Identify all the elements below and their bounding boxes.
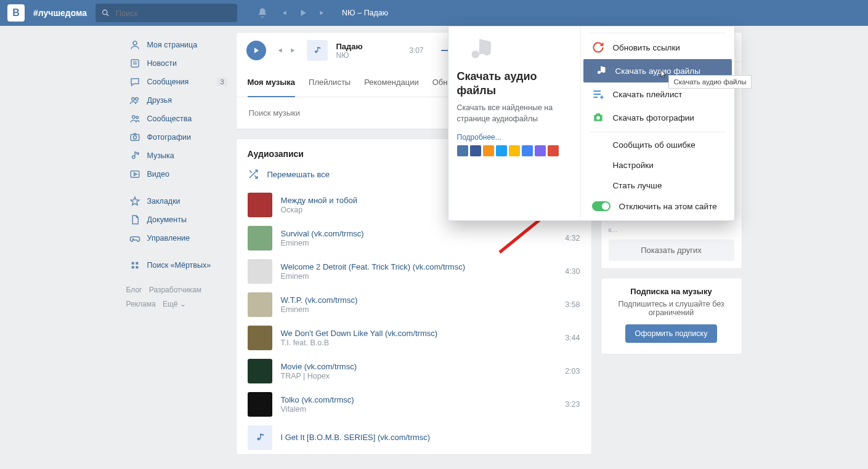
shuffle-label: Перемешать все (267, 170, 330, 179)
track-title: Movie (vk.com/trmsc) (281, 362, 557, 372)
left-nav: Моя страницаНовостиСообщения3ДрузьяСообщ… (126, 32, 227, 455)
track-row[interactable]: I Get It [B.O.M.B. SERIES] (vk.com/trmsc… (237, 421, 591, 454)
nav-footer: Блог Разработчикам Реклама Ещё ⌄ (126, 283, 227, 311)
footer-blog[interactable]: Блог (126, 286, 142, 294)
bell-icon[interactable] (257, 7, 268, 18)
game-icon (129, 232, 141, 244)
social-icon[interactable] (522, 145, 533, 156)
ext-menu: Обновить ссылки Скачать аудио файлы Скач… (581, 26, 734, 220)
show-more-friends[interactable]: Показать других (609, 239, 734, 261)
previous-icon[interactable] (279, 9, 288, 17)
footer-more[interactable]: Ещё ⌄ (163, 300, 186, 308)
refresh-icon (592, 41, 604, 54)
nav-music[interactable]: Музыка (126, 146, 227, 165)
playlist-icon (592, 88, 604, 100)
track-cover (248, 292, 272, 317)
nav-friends[interactable]: Друзья (126, 91, 227, 110)
doc-icon (129, 214, 141, 226)
ext-refresh[interactable]: Обновить ссылки (581, 36, 734, 59)
track-row[interactable]: Tolko (vk.com/trmsc)Vifalem3:23 (237, 388, 591, 421)
track-duration: 3:58 (565, 300, 580, 309)
subscribe-button[interactable]: Оформить подписку (625, 324, 718, 343)
tab-reco[interactable]: Рекомендации (364, 68, 419, 97)
play-icon[interactable] (299, 9, 307, 17)
next-icon[interactable] (318, 9, 327, 17)
vk-logo[interactable]: B (7, 4, 25, 22)
top-search-input[interactable] (115, 8, 231, 18)
ext-report[interactable]: Сообщить об ошибке (581, 135, 734, 155)
player-play-button[interactable] (246, 41, 266, 60)
track-cover (248, 226, 272, 251)
social-icon[interactable] (457, 145, 468, 156)
track-row[interactable]: Survival (vk.com/trmsc)Eminem4:32 (237, 222, 591, 255)
ext-download-playlist[interactable]: Скачать плейлист (581, 82, 734, 106)
topbar-now-playing[interactable]: NЮ – Падаю (342, 9, 388, 17)
ext-download-audio[interactable]: Скачать аудио файлы Скачать аудио файлы (583, 59, 732, 82)
nav-star[interactable]: Закладки (126, 192, 227, 210)
ext-item-label: Скачать фотографии (613, 113, 694, 122)
ext-item-label: Обновить ссылки (613, 43, 680, 52)
svg-point-8 (133, 135, 136, 138)
track-cover (248, 326, 272, 350)
footer-dev[interactable]: Разработчикам (149, 286, 201, 294)
nav-user[interactable]: Моя страница (126, 36, 227, 54)
track-row[interactable]: W.T.P. (vk.com/trmsc)Eminem3:58 (237, 288, 591, 321)
nav-label: Управление (147, 234, 190, 243)
social-icon[interactable] (470, 145, 481, 156)
social-icon[interactable] (509, 145, 520, 156)
track-cover (248, 193, 272, 217)
nav-label: Документы (147, 215, 187, 224)
ext-item-label: Стать лучше (613, 181, 662, 190)
ext-disable-site[interactable]: Отключить на этом сайте (581, 196, 734, 217)
track-duration: 4:32 (565, 234, 580, 243)
track-title: Survival (vk.com/trmsc) (281, 229, 557, 239)
nav-label: Фотографии (147, 133, 191, 142)
track-cover (248, 392, 272, 417)
top-search[interactable] (95, 4, 237, 22)
ext-improve[interactable]: Стать лучше (581, 175, 734, 196)
ext-desc: Скачать все найденные на странице аудиоф… (457, 102, 572, 124)
tab-my-music[interactable]: Моя музыка (248, 68, 296, 97)
friends-icon (129, 94, 141, 106)
nav-video[interactable]: Видео (126, 165, 227, 183)
social-icon[interactable] (483, 145, 494, 156)
photo-icon (129, 131, 141, 143)
feed-icon (129, 57, 141, 70)
nav-photo[interactable]: Фотографии (126, 128, 227, 146)
ext-more-link[interactable]: Подробнее... (457, 133, 572, 142)
nav-label: Музыка (147, 151, 174, 160)
tab-playlists[interactable]: Плейлисты (309, 68, 351, 97)
footer-ads[interactable]: Реклама (126, 300, 156, 308)
audio-header: Аудиозаписи (248, 149, 304, 159)
subscription-block: Подписка на музыку Подпишитесь и слушайт… (601, 278, 742, 355)
sub-title: Подписка на музыку (610, 287, 733, 296)
player-prev-icon[interactable] (275, 46, 283, 55)
nav-search-dead[interactable]: Поиск «Мёртвых» (126, 256, 227, 275)
track-row[interactable]: We Don't Get Down Like Yall (vk.com/trms… (237, 321, 591, 355)
player-next-icon[interactable] (290, 46, 298, 55)
nav-doc[interactable]: Документы (126, 210, 227, 229)
hashtag[interactable]: #лучшедома (33, 8, 87, 18)
svg-rect-12 (131, 266, 134, 268)
track-row[interactable]: Movie (vk.com/trmsc)TRAP | Hopex2:03 (237, 355, 591, 388)
ext-download-photos[interactable]: Скачать фотографии (581, 106, 734, 129)
svg-rect-9 (131, 171, 139, 178)
groups-icon (129, 113, 141, 125)
player-duration: 3:07 (409, 46, 423, 55)
ext-item-label: Настройки (613, 161, 654, 170)
ext-settings[interactable]: Настройки (581, 155, 734, 175)
toggle-icon[interactable] (592, 201, 610, 211)
nav-msg[interactable]: Сообщения3 (126, 73, 227, 91)
svg-point-6 (136, 116, 138, 119)
svg-rect-11 (136, 262, 138, 265)
friend-text: к... (601, 226, 742, 233)
nav-game[interactable]: Управление (126, 229, 227, 247)
nav-feed[interactable]: Новости (126, 54, 227, 73)
track-row[interactable]: Welcome 2 Detroit (Feat. Trick Trick) (v… (237, 255, 591, 288)
social-icon[interactable] (548, 145, 559, 156)
video-icon (129, 168, 141, 180)
track-title: We Don't Get Down Like Yall (vk.com/trms… (281, 329, 557, 339)
nav-groups[interactable]: Сообщества (126, 110, 227, 128)
social-icon[interactable] (535, 145, 546, 156)
social-icon[interactable] (496, 145, 507, 156)
